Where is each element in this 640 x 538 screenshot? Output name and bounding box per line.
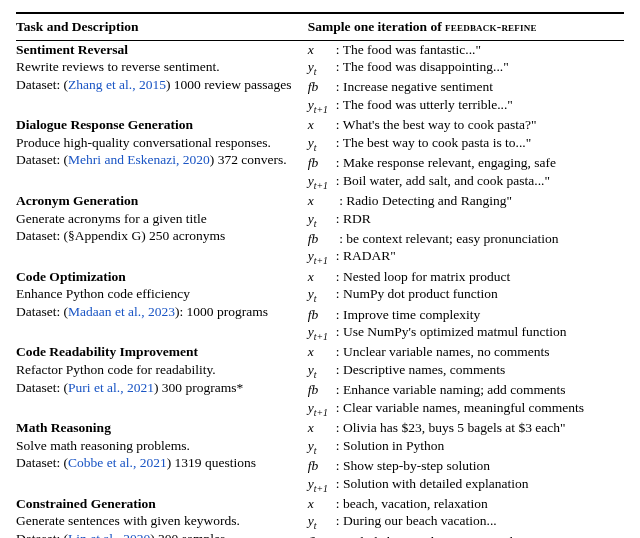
task-cell: Sentiment ReversalRewrite reviews to rev… [16,41,308,117]
sample-x: x: Unclear variable names, no comments [308,343,624,361]
task-cell: Constrained GenerationGenerate sentences… [16,495,308,538]
symbol: x [308,192,336,210]
task-cell: Acronym GenerationGenerate acronyms for … [16,192,308,268]
symbol: yt+1 [308,399,336,419]
symbol: yt [308,512,336,532]
dataset-line: Dataset: (Zhang et al., 2015) 1000 revie… [16,76,308,94]
sample-cell: x: What's the best way to cook pasta?"yt… [308,116,624,192]
symbol: yt+1 [308,172,336,192]
symbol: yt+1 [308,247,336,267]
sample-x: x : Radio Detecting and Ranging" [308,192,624,210]
task-description: Produce high-quality conversational resp… [16,134,308,152]
table-row: Math ReasoningSolve math reasoning probl… [16,419,624,495]
task-title: Sentiment Reversal [16,41,308,59]
task-description: Generate acronyms for a given title [16,210,308,228]
dataset-line: Dataset: (Mehri and Eskenazi, 2020) 372 … [16,151,308,169]
symbol: yt+1 [308,323,336,343]
sample-x: x: Nested loop for matrix product [308,268,624,286]
citation[interactable]: Mehri and Eskenazi, 2020 [68,152,210,167]
task-description: Rewrite reviews to reverse sentiment. [16,58,308,76]
citation[interactable]: Cobbe et al., 2021 [68,455,167,470]
table-row: Acronym GenerationGenerate acronyms for … [16,192,624,268]
task-title: Dialogue Response Generation [16,116,308,134]
symbol: yt [308,58,336,78]
table-row: Sentiment ReversalRewrite reviews to rev… [16,41,624,117]
dataset-line: Dataset: (Puri et al., 2021) 300 program… [16,379,308,397]
header-left: Task and Description [16,19,139,34]
symbol: yt [308,285,336,305]
task-title: Constrained Generation [16,495,308,513]
symbol: yt+1 [308,96,336,116]
citation[interactable]: Zhang et al., 2015 [68,77,166,92]
symbol: fb [308,381,336,399]
dataset-line: Dataset: (Cobbe et al., 2021) 1319 quest… [16,454,308,472]
task-description: Refactor Python code for readability. [16,361,308,379]
sample-yt1: yt+1: Boil water, add salt, and cook pas… [308,172,624,192]
sample-cell: x : Radio Detecting and Ranging"yt: RDRf… [308,192,624,268]
symbol: x [308,495,336,513]
dataset-line: Dataset: (§Appendix G) 250 acronyms [16,227,308,245]
citation[interactable]: Lin et al., 2020 [68,531,150,538]
sample-yt: yt: Solution in Python [308,437,624,457]
symbol: x [308,116,336,134]
symbol: yt [308,437,336,457]
symbol: yt+1 [308,475,336,495]
symbol: fb [308,306,336,324]
citation[interactable]: Madaan et al., 2023 [68,304,175,319]
sample-fb: fb: Improve time complexity [308,306,624,324]
symbol: fb [308,154,336,172]
table-row: Constrained GenerationGenerate sentences… [16,495,624,538]
task-description: Generate sentences with given keywords. [16,512,308,530]
sample-yt: yt: NumPy dot product function [308,285,624,305]
sample-yt1: yt+1: RADAR" [308,247,624,267]
task-description: Enhance Python code efficiency [16,285,308,303]
table-row: Code OptimizationEnhance Python code eff… [16,268,624,344]
sample-yt1: yt+1: The food was utterly terrible..." [308,96,624,116]
symbol: yt [308,210,336,230]
tasks-table: Task and Description Sample one iteratio… [16,12,624,538]
table-row: Code Readability ImprovementRefactor Pyt… [16,343,624,419]
task-description: Solve math reasoning problems. [16,437,308,455]
sample-cell: x: The food was fantastic..."yt: The foo… [308,41,624,117]
sample-x: x: beach, vacation, relaxation [308,495,624,513]
task-title: Math Reasoning [16,419,308,437]
symbol: x [308,268,336,286]
sample-fb: fb: Enhance variable naming; add comment… [308,381,624,399]
symbol: yt [308,134,336,154]
sample-fb: fb: Show step-by-step solution [308,457,624,475]
task-cell: Math ReasoningSolve math reasoning probl… [16,419,308,495]
sample-x: x: What's the best way to cook pasta?" [308,116,624,134]
symbol: x [308,41,336,59]
sample-cell: x: beach, vacation, relaxationyt: During… [308,495,624,538]
sample-yt1: yt+1: Solution with detailed explanation [308,475,624,495]
sample-yt: yt: The best way to cook pasta is to..." [308,134,624,154]
sample-x: x: Olivia has $23, buys 5 bagels at $3 e… [308,419,624,437]
header-right-prefix: Sample one iteration of [308,19,445,34]
sample-fb: fb: Include keywords; maintain coherence [308,533,624,538]
sample-x: x: The food was fantastic..." [308,41,624,59]
sample-cell: x: Olivia has $23, buys 5 bagels at $3 e… [308,419,624,495]
sample-yt: yt: Descriptive names, comments [308,361,624,381]
header-method: feedback-refine [445,19,537,34]
symbol: fb [308,230,336,248]
task-title: Acronym Generation [16,192,308,210]
header-row: Task and Description Sample one iteratio… [16,14,624,40]
sample-cell: x: Nested loop for matrix productyt: Num… [308,268,624,344]
task-cell: Code OptimizationEnhance Python code eff… [16,268,308,344]
sample-fb: fb : be context relevant; easy pronuncia… [308,230,624,248]
dataset-line: Dataset: (Madaan et al., 2023): 1000 pro… [16,303,308,321]
task-cell: Code Readability ImprovementRefactor Pyt… [16,343,308,419]
symbol: x [308,419,336,437]
task-title: Code Optimization [16,268,308,286]
symbol: fb [308,533,336,538]
symbol: fb [308,457,336,475]
symbol: x [308,343,336,361]
citation: §Appendix G [68,228,141,243]
task-title: Code Readability Improvement [16,343,308,361]
symbol: yt [308,361,336,381]
sample-yt1: yt+1: Use NumPy's optimized matmul funct… [308,323,624,343]
sample-yt: yt: During our beach vacation... [308,512,624,532]
dataset-line: Dataset: (Lin et al., 2020) 200 samples [16,530,308,538]
citation[interactable]: Puri et al., 2021 [68,380,154,395]
sample-yt1: yt+1: Clear variable names, meaningful c… [308,399,624,419]
